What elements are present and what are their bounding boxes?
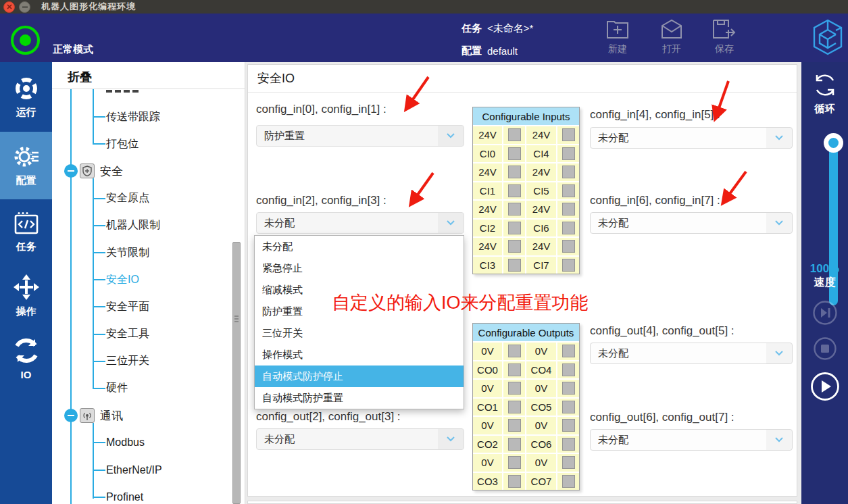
clipped-tree-item <box>106 90 141 93</box>
tree-item[interactable]: 安全IO <box>52 266 234 293</box>
terminal-square <box>503 399 525 416</box>
sidebar-item-run[interactable]: 运行 <box>0 70 52 124</box>
loop-button[interactable]: 循环 <box>801 72 848 116</box>
terminal-square <box>503 454 525 472</box>
code-window-icon <box>14 211 39 236</box>
tree-item[interactable]: 关节限制 <box>52 239 234 266</box>
config-in-01-label: config_in[0], config_in[1] : <box>256 103 386 116</box>
inputs-table-header: Configurable Inputs <box>473 107 579 125</box>
config-in-67-dropdown[interactable]: 未分配 <box>590 212 793 234</box>
antenna-icon <box>82 410 93 421</box>
tree-item[interactable]: 通讯 <box>52 402 234 429</box>
config-out-23-dropdown[interactable]: 未分配 <box>256 428 464 450</box>
shield-icon <box>82 166 92 176</box>
configurable-outputs-table: Configurable Outputs 0V 0V CO0 CO4 0V 0V… <box>472 323 580 490</box>
tree-item[interactable]: 机器人限制 <box>52 212 234 239</box>
collapse-button[interactable]: 折叠 <box>68 69 92 85</box>
terminal-square <box>503 380 525 397</box>
play-button[interactable] <box>801 372 848 401</box>
terminal-square <box>503 257 525 274</box>
terminal-square <box>557 126 579 144</box>
tree-list: 传送带跟踪 打包位 <box>52 103 234 504</box>
tree-item[interactable]: 安全原点 <box>52 185 234 212</box>
open-folder-icon <box>660 19 683 39</box>
speed-slider-handle[interactable] <box>824 133 843 153</box>
terminal-square <box>557 399 579 416</box>
gear-icon <box>13 144 40 170</box>
run-icon <box>14 76 39 101</box>
terminal-square <box>503 417 525 434</box>
minimize-icon[interactable] <box>19 1 30 13</box>
config-out-45-dropdown[interactable]: 未分配 <box>590 343 793 364</box>
terminal-square <box>557 473 579 490</box>
sidebar-item-io[interactable]: IO <box>0 330 52 387</box>
save-button[interactable]: 保存 <box>705 19 743 55</box>
config-out-67-dropdown[interactable]: 未分配 <box>590 429 793 451</box>
chevron-down-icon <box>438 126 464 146</box>
sidebar-item-operate[interactable]: 操作 <box>0 267 52 324</box>
window-title: 机器人图形化编程环境 <box>41 1 136 13</box>
config-label: 配置 <box>462 45 487 57</box>
terminal-square <box>503 145 525 163</box>
sidebar-item-task[interactable]: 任务 <box>0 205 52 259</box>
dropdown-option[interactable]: 自动模式防护重置 <box>255 387 464 409</box>
dropdown-option[interactable]: 自动模式防护停止 <box>255 366 464 387</box>
terminal-square <box>503 220 525 237</box>
tree-item[interactable]: EtherNet/IP <box>52 456 234 483</box>
tree-item[interactable]: 安全平面 <box>52 293 234 320</box>
chevron-down-icon <box>438 213 464 233</box>
terminal-square <box>557 257 579 274</box>
terminal-square <box>557 201 579 218</box>
loop-icon <box>812 72 839 99</box>
stop-button[interactable] <box>801 336 848 361</box>
config-in-45-dropdown[interactable]: 未分配 <box>590 127 793 149</box>
stop-icon <box>813 336 837 361</box>
tree-item[interactable]: Modbus <box>52 429 234 456</box>
terminal-square <box>503 163 525 181</box>
task-value: <未命名>* <box>487 22 533 35</box>
dropdown-option[interactable]: 紧急停止 <box>255 257 464 279</box>
tree-item[interactable]: 安全工具 <box>52 321 234 348</box>
dropdown-option[interactable]: 操作模式 <box>255 344 464 366</box>
close-icon[interactable] <box>3 1 15 13</box>
tree-item[interactable]: 传送带跟踪 <box>52 103 234 130</box>
tree-item[interactable]: 安全 <box>52 157 234 184</box>
terminal-square <box>557 182 579 200</box>
config-tree-panel: 折叠 传送带跟踪 <box>52 62 245 504</box>
cube-logo-icon <box>811 16 845 61</box>
terminal-square <box>557 361 579 379</box>
tree-item[interactable]: Profinet <box>52 484 234 504</box>
app-header: 正常模式 任务 <未命名>* 配置 default 新建 打开 保存 <box>0 14 848 62</box>
config-in-67-label: config_in[6], config_in[7] : <box>590 194 720 207</box>
tree-item[interactable]: 打包位 <box>52 130 234 157</box>
config-in-45-label: config_in[4], config_in[5] : <box>590 108 720 122</box>
open-button[interactable]: 打开 <box>653 19 691 55</box>
status-indicator <box>11 26 40 55</box>
move-arrows-icon <box>13 274 40 301</box>
tree-item[interactable]: 硬件 <box>52 375 234 402</box>
config-value: default <box>487 45 518 57</box>
terminal-square <box>503 436 525 453</box>
new-button[interactable]: 新建 <box>599 19 637 55</box>
configurable-inputs-table: Configurable Inputs 24V 24V CI0 CI4 24V … <box>472 107 580 274</box>
tree-item[interactable]: 三位开关 <box>52 348 234 375</box>
dropdown-option-list: 未分配紧急停止缩减模式防护重置三位开关操作模式自动模式防护停止自动模式防护重置 <box>254 235 464 409</box>
folder-plus-icon <box>606 19 629 39</box>
skip-next-icon <box>812 300 838 326</box>
config-in-01-dropdown[interactable]: 防护重置 <box>256 125 464 147</box>
sync-icon <box>13 337 40 364</box>
play-icon <box>810 372 840 401</box>
dropdown-option[interactable]: 三位开关 <box>255 322 464 344</box>
terminal-square <box>557 380 579 397</box>
config-in-23-dropdown[interactable]: 未分配 <box>256 212 464 234</box>
terminal-square <box>557 343 579 360</box>
dropdown-option[interactable]: 未分配 <box>255 236 464 257</box>
annotation-text: 自定义的输入IO来分配重置功能 <box>332 291 589 315</box>
step-button[interactable] <box>801 300 848 326</box>
terminal-square <box>503 238 525 255</box>
terminal-square <box>557 163 579 181</box>
config-out-23-label: config_out[2], config_out[3] : <box>256 410 401 424</box>
tree-scrollbar[interactable] <box>232 242 241 504</box>
terminal-square <box>557 436 579 453</box>
sidebar-item-config[interactable]: 配置 <box>0 132 52 199</box>
